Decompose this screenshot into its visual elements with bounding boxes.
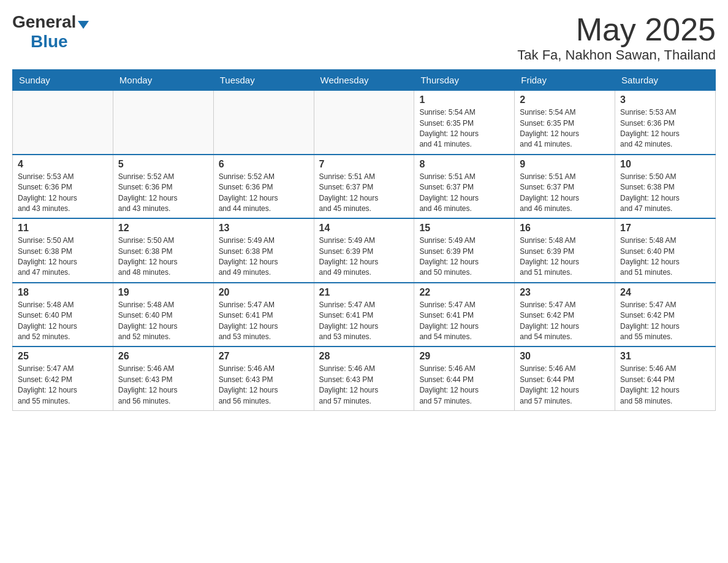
day-number: 6	[219, 159, 309, 170]
calendar-cell: 25Sunrise: 5:47 AM Sunset: 6:42 PM Dayli…	[13, 347, 113, 410]
calendar-cell: 27Sunrise: 5:46 AM Sunset: 6:43 PM Dayli…	[213, 347, 314, 410]
day-info: Sunrise: 5:46 AM Sunset: 6:44 PM Dayligh…	[620, 364, 710, 407]
calendar-cell: 4Sunrise: 5:53 AM Sunset: 6:36 PM Daylig…	[13, 155, 113, 219]
day-info: Sunrise: 5:47 AM Sunset: 6:41 PM Dayligh…	[219, 300, 309, 343]
day-number: 30	[520, 351, 610, 362]
title-section: May 2025 Tak Fa, Nakhon Sawan, Thailand	[517, 12, 716, 63]
calendar-cell: 17Sunrise: 5:48 AM Sunset: 6:40 PM Dayli…	[615, 218, 716, 283]
calendar-header-row: Sunday Monday Tuesday Wednesday Thursday…	[13, 70, 716, 91]
calendar-cell: 2Sunrise: 5:54 AM Sunset: 6:35 PM Daylig…	[515, 91, 615, 155]
day-info: Sunrise: 5:49 AM Sunset: 6:38 PM Dayligh…	[219, 236, 309, 278]
day-info: Sunrise: 5:49 AM Sunset: 6:39 PM Dayligh…	[319, 236, 409, 278]
calendar-week-3: 11Sunrise: 5:50 AM Sunset: 6:38 PM Dayli…	[13, 218, 716, 283]
calendar-cell: 6Sunrise: 5:52 AM Sunset: 6:36 PM Daylig…	[213, 155, 314, 219]
day-info: Sunrise: 5:46 AM Sunset: 6:43 PM Dayligh…	[118, 364, 208, 407]
day-number: 5	[118, 159, 208, 170]
day-number: 27	[219, 351, 309, 362]
calendar-cell: 13Sunrise: 5:49 AM Sunset: 6:38 PM Dayli…	[213, 218, 314, 283]
logo: General Blue	[12, 12, 89, 52]
day-info: Sunrise: 5:47 AM Sunset: 6:42 PM Dayligh…	[620, 300, 710, 343]
calendar-cell: 8Sunrise: 5:51 AM Sunset: 6:37 PM Daylig…	[414, 155, 515, 219]
col-thursday: Thursday	[414, 70, 515, 91]
calendar-cell: 21Sunrise: 5:47 AM Sunset: 6:41 PM Dayli…	[314, 283, 414, 347]
calendar-cell: 24Sunrise: 5:47 AM Sunset: 6:42 PM Dayli…	[615, 283, 716, 347]
calendar-cell: 1Sunrise: 5:54 AM Sunset: 6:35 PM Daylig…	[414, 91, 515, 155]
day-number: 3	[620, 94, 710, 105]
calendar-cell: 5Sunrise: 5:52 AM Sunset: 6:36 PM Daylig…	[113, 155, 213, 219]
calendar-cell: 30Sunrise: 5:46 AM Sunset: 6:44 PM Dayli…	[515, 347, 615, 410]
calendar-cell: 10Sunrise: 5:50 AM Sunset: 6:38 PM Dayli…	[615, 155, 716, 219]
day-info: Sunrise: 5:50 AM Sunset: 6:38 PM Dayligh…	[118, 236, 208, 278]
day-info: Sunrise: 5:53 AM Sunset: 6:36 PM Dayligh…	[620, 107, 710, 150]
day-number: 21	[319, 287, 409, 298]
calendar-cell	[213, 91, 314, 155]
calendar-week-4: 18Sunrise: 5:48 AM Sunset: 6:40 PM Dayli…	[13, 283, 716, 347]
calendar-cell: 7Sunrise: 5:51 AM Sunset: 6:37 PM Daylig…	[314, 155, 414, 219]
calendar-cell: 31Sunrise: 5:46 AM Sunset: 6:44 PM Dayli…	[615, 347, 716, 410]
day-info: Sunrise: 5:46 AM Sunset: 6:43 PM Dayligh…	[319, 364, 409, 407]
day-number: 13	[219, 223, 309, 234]
calendar-cell: 28Sunrise: 5:46 AM Sunset: 6:43 PM Dayli…	[314, 347, 414, 410]
day-number: 9	[520, 159, 610, 170]
day-number: 17	[620, 223, 710, 234]
day-info: Sunrise: 5:48 AM Sunset: 6:39 PM Dayligh…	[520, 236, 610, 278]
day-number: 8	[419, 159, 509, 170]
col-friday: Friday	[515, 70, 615, 91]
day-info: Sunrise: 5:46 AM Sunset: 6:44 PM Dayligh…	[520, 364, 610, 407]
calendar-cell	[13, 91, 113, 155]
calendar-cell: 23Sunrise: 5:47 AM Sunset: 6:42 PM Dayli…	[515, 283, 615, 347]
calendar-cell: 20Sunrise: 5:47 AM Sunset: 6:41 PM Dayli…	[213, 283, 314, 347]
calendar-cell: 16Sunrise: 5:48 AM Sunset: 6:39 PM Dayli…	[515, 218, 615, 283]
calendar-cell: 15Sunrise: 5:49 AM Sunset: 6:39 PM Dayli…	[414, 218, 515, 283]
calendar-cell: 14Sunrise: 5:49 AM Sunset: 6:39 PM Dayli…	[314, 218, 414, 283]
calendar-week-5: 25Sunrise: 5:47 AM Sunset: 6:42 PM Dayli…	[13, 347, 716, 410]
calendar-week-1: 1Sunrise: 5:54 AM Sunset: 6:35 PM Daylig…	[13, 91, 716, 155]
day-number: 12	[118, 223, 208, 234]
day-number: 1	[419, 94, 509, 105]
day-number: 19	[118, 287, 208, 298]
day-info: Sunrise: 5:51 AM Sunset: 6:37 PM Dayligh…	[520, 172, 610, 215]
day-info: Sunrise: 5:48 AM Sunset: 6:40 PM Dayligh…	[18, 300, 108, 343]
calendar-table: Sunday Monday Tuesday Wednesday Thursday…	[12, 69, 716, 411]
calendar-cell: 26Sunrise: 5:46 AM Sunset: 6:43 PM Dayli…	[113, 347, 213, 410]
day-info: Sunrise: 5:53 AM Sunset: 6:36 PM Dayligh…	[18, 172, 108, 215]
day-info: Sunrise: 5:50 AM Sunset: 6:38 PM Dayligh…	[620, 172, 710, 215]
calendar-cell: 29Sunrise: 5:46 AM Sunset: 6:44 PM Dayli…	[414, 347, 515, 410]
calendar-cell	[113, 91, 213, 155]
day-info: Sunrise: 5:51 AM Sunset: 6:37 PM Dayligh…	[319, 172, 409, 215]
day-info: Sunrise: 5:48 AM Sunset: 6:40 PM Dayligh…	[620, 236, 710, 278]
day-number: 16	[520, 223, 610, 234]
day-info: Sunrise: 5:54 AM Sunset: 6:35 PM Dayligh…	[520, 107, 610, 150]
month-title: May 2025	[517, 12, 716, 47]
day-info: Sunrise: 5:47 AM Sunset: 6:42 PM Dayligh…	[18, 364, 108, 407]
col-monday: Monday	[113, 70, 213, 91]
day-number: 11	[18, 223, 108, 234]
day-number: 31	[620, 351, 710, 362]
day-info: Sunrise: 5:49 AM Sunset: 6:39 PM Dayligh…	[419, 236, 509, 278]
day-number: 25	[18, 351, 108, 362]
day-number: 10	[620, 159, 710, 170]
page-header: General Blue May 2025 Tak Fa, Nakhon Saw…	[12, 12, 716, 63]
day-number: 4	[18, 159, 108, 170]
day-number: 14	[319, 223, 409, 234]
location-title: Tak Fa, Nakhon Sawan, Thailand	[517, 47, 716, 63]
day-info: Sunrise: 5:51 AM Sunset: 6:37 PM Dayligh…	[419, 172, 509, 215]
day-number: 26	[118, 351, 208, 362]
day-number: 15	[419, 223, 509, 234]
day-number: 18	[18, 287, 108, 298]
day-number: 20	[219, 287, 309, 298]
calendar-cell: 12Sunrise: 5:50 AM Sunset: 6:38 PM Dayli…	[113, 218, 213, 283]
logo-triangle-icon	[78, 21, 89, 29]
calendar-cell: 3Sunrise: 5:53 AM Sunset: 6:36 PM Daylig…	[615, 91, 716, 155]
day-number: 24	[620, 287, 710, 298]
day-number: 23	[520, 287, 610, 298]
calendar-cell	[314, 91, 414, 155]
col-saturday: Saturday	[615, 70, 716, 91]
day-info: Sunrise: 5:47 AM Sunset: 6:41 PM Dayligh…	[419, 300, 509, 343]
logo-general-text: General	[12, 12, 76, 32]
day-number: 7	[319, 159, 409, 170]
day-info: Sunrise: 5:48 AM Sunset: 6:40 PM Dayligh…	[118, 300, 208, 343]
calendar-week-2: 4Sunrise: 5:53 AM Sunset: 6:36 PM Daylig…	[13, 155, 716, 219]
day-number: 22	[419, 287, 509, 298]
day-info: Sunrise: 5:54 AM Sunset: 6:35 PM Dayligh…	[419, 107, 509, 150]
